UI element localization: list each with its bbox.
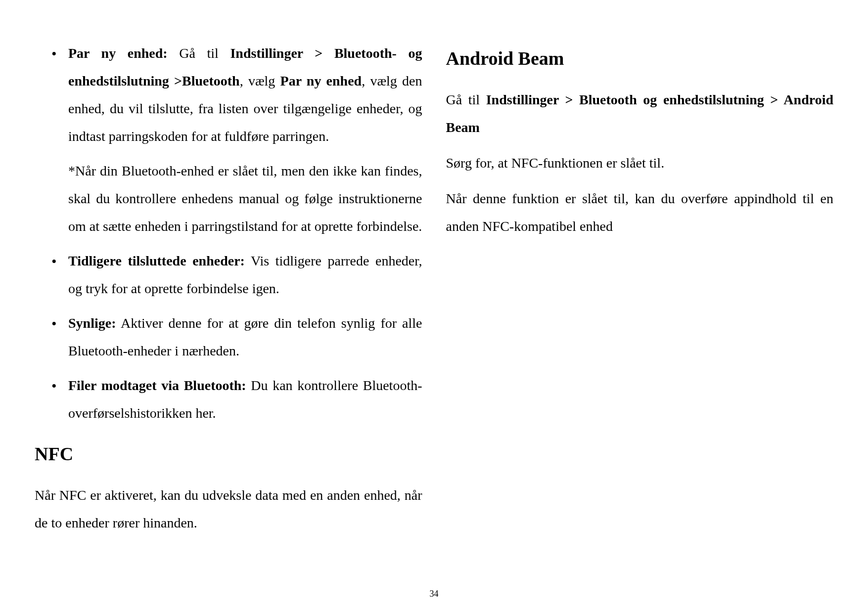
bullet-text: Par ny enhed: Gå til Indstillinger > Blu… bbox=[68, 45, 422, 144]
bullet-files-via-bluetooth: Filer modtaget via Bluetooth: Du kan kon… bbox=[51, 372, 422, 427]
bullet-note: *Når din Bluetooth-enhed er slået til, m… bbox=[68, 157, 422, 240]
beam-p3: Når denne funktion er slået til, kan du … bbox=[446, 185, 834, 240]
document-page: Par ny enhed: Gå til Indstillinger > Blu… bbox=[0, 0, 868, 613]
bullet-visible: Synlige: Aktiver denne for at gøre din t… bbox=[51, 309, 422, 365]
beam-intro: Gå til Indstillinger > Bluetooth og enhe… bbox=[446, 86, 834, 141]
bullet-label: Synlige: bbox=[68, 315, 116, 331]
bullet-label: Par ny enhed: bbox=[68, 45, 168, 61]
nfc-paragraph: Når NFC er aktiveret, kan du udveksle da… bbox=[35, 482, 422, 537]
heading-android-beam: Android Beam bbox=[446, 40, 834, 77]
bullet-label: Filer modtaget via Bluetooth: bbox=[68, 378, 246, 393]
action-name: Par ny enhed bbox=[280, 73, 362, 88]
menu-path: Indstillinger > Bluetooth og enhedstilsl… bbox=[446, 92, 834, 135]
text-columns: Par ny enhed: Gå til Indstillinger > Blu… bbox=[35, 40, 833, 564]
beam-p2: Sørg for, at NFC-funktionen er slået til… bbox=[446, 149, 834, 177]
text-fragment: Gå til bbox=[168, 45, 230, 61]
bullet-label: Tidligere tilsluttede enheder: bbox=[68, 253, 245, 268]
heading-nfc: NFC bbox=[35, 435, 422, 473]
bullet-pair-new-device: Par ny enhed: Gå til Indstillinger > Blu… bbox=[51, 40, 422, 240]
bullet-previous-devices: Tidligere tilsluttede enheder: Vis tidli… bbox=[51, 247, 422, 303]
text-fragment: Gå til bbox=[446, 92, 486, 107]
page-number: 34 bbox=[0, 589, 868, 599]
text-fragment: , vælg bbox=[240, 73, 280, 88]
bullet-text: Aktiver denne for at gøre din telefon sy… bbox=[68, 315, 422, 358]
bullet-list: Par ny enhed: Gå til Indstillinger > Blu… bbox=[51, 40, 422, 427]
